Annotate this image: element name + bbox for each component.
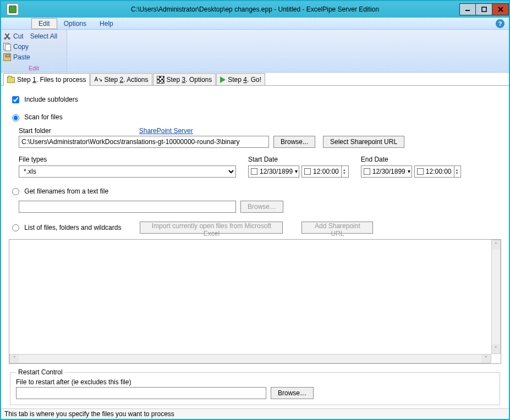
tab-step2[interactable]: A↘ Step 2. Actions xyxy=(90,73,152,85)
browse-start-folder-button[interactable]: Browse... xyxy=(273,136,315,148)
restart-control-legend: Restart Control xyxy=(16,368,65,376)
restart-control-fieldset: Restart Control File to restart after (i… xyxy=(10,368,500,405)
paste-icon xyxy=(3,53,11,61)
paste-button[interactable]: Paste xyxy=(3,52,64,62)
vertical-scrollbar[interactable]: ˄˅ xyxy=(491,240,501,354)
scan-for-files-label: Scan for files xyxy=(24,113,62,121)
start-time-picker[interactable]: 12:00:00▲▼ xyxy=(301,165,349,178)
checker-icon xyxy=(157,76,164,84)
end-date-label: End Date xyxy=(361,156,462,163)
start-date-picker[interactable]: 12/30/1899▾ xyxy=(248,165,299,178)
app-icon xyxy=(7,3,19,15)
start-folder-label: Start folder xyxy=(19,127,51,135)
help-icon[interactable]: ? xyxy=(496,19,504,28)
copy-button[interactable]: Copy xyxy=(3,41,64,52)
status-bar: This tab is where you specify the files … xyxy=(1,408,509,419)
browse-text-file-button[interactable]: Browse… xyxy=(240,201,283,213)
titlebar[interactable]: C:\Users\Administrator\Desktop\ep change… xyxy=(1,1,509,18)
start-date-label: Start Date xyxy=(248,156,349,163)
menu-options[interactable]: Options xyxy=(57,19,93,29)
file-types-label: File types xyxy=(19,156,236,163)
app-window: C:\Users\Administrator\Desktop\ep change… xyxy=(0,0,510,420)
tab-step1[interactable]: Step 1. Files to process xyxy=(3,73,90,86)
restart-file-input[interactable] xyxy=(16,387,266,399)
select-sharepoint-url-button[interactable]: Select Sharepoint URL xyxy=(323,136,404,148)
list-of-files-label: List of files, folders and wildcards xyxy=(24,224,121,231)
play-icon xyxy=(220,76,226,83)
minimize-button[interactable] xyxy=(459,3,476,15)
maximize-button[interactable] xyxy=(476,3,492,15)
tab-step3[interactable]: Step 3. Options xyxy=(153,73,216,85)
browse-restart-file-button[interactable]: Browse… xyxy=(271,387,314,399)
menu-help[interactable]: Help xyxy=(93,19,120,29)
horizontal-scrollbar[interactable]: ˂˃ xyxy=(9,354,491,363)
select-all-button[interactable]: Select All xyxy=(30,32,57,40)
sharepoint-link[interactable]: SharePoint Server xyxy=(139,127,193,135)
end-date-picker[interactable]: 12/30/1899▾ xyxy=(361,165,412,178)
list-of-files-radio[interactable] xyxy=(12,224,19,231)
folder-icon xyxy=(7,77,15,83)
copy-icon xyxy=(3,43,11,51)
window-title: C:\Users\Administrator\Desktop\ep change… xyxy=(131,5,379,13)
get-filenames-radio[interactable] xyxy=(12,188,19,195)
ribbon: Cut Select All Copy Paste Edit xyxy=(1,30,509,73)
close-button[interactable] xyxy=(492,3,509,15)
tabstrip: Step 1. Files to process A↘ Step 2. Acti… xyxy=(1,73,509,86)
tab-content: Include subfolders Scan for files Start … xyxy=(1,86,509,408)
import-excel-button[interactable]: Import currently open files from Microso… xyxy=(140,222,283,234)
ribbon-group-edit: Cut Select All Copy Paste Edit xyxy=(1,30,67,72)
menu-edit[interactable]: Edit xyxy=(31,18,57,29)
scan-for-files-radio[interactable] xyxy=(12,114,19,121)
cut-button[interactable]: Cut Select All xyxy=(3,31,64,41)
include-subfolders-label: Include subfolders xyxy=(24,96,78,103)
file-list[interactable]: ˄˅ ˂˃ xyxy=(9,239,501,364)
ribbon-group-label: Edit xyxy=(1,65,67,71)
restart-file-label: File to restart after (ie excludes this … xyxy=(16,378,494,386)
menubar: Edit Options Help ? xyxy=(1,18,509,30)
text-file-input[interactable] xyxy=(19,201,236,213)
actions-icon: A↘ xyxy=(94,76,102,84)
get-filenames-label: Get filenames from a text file xyxy=(24,187,108,195)
file-types-select[interactable]: *.xls xyxy=(19,165,236,178)
include-subfolders-checkbox[interactable] xyxy=(12,96,19,103)
scissors-icon xyxy=(3,32,11,40)
window-controls xyxy=(459,3,509,15)
svg-rect-1 xyxy=(482,7,486,12)
add-sharepoint-url-button[interactable]: Add Sharepoint URL xyxy=(301,222,373,234)
end-time-picker[interactable]: 12:00:00▲▼ xyxy=(414,165,462,178)
tab-step4[interactable]: Step 4. Go! xyxy=(216,73,265,85)
start-folder-input[interactable] xyxy=(19,136,269,148)
